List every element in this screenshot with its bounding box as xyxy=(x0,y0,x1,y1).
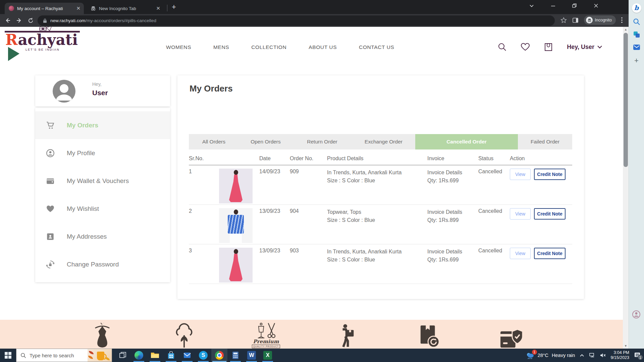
profile-icon[interactable] xyxy=(632,310,641,319)
easy-returns-icon xyxy=(411,324,448,348)
product-details: In Trends, Kurta, Anarkali KurtaSize : S… xyxy=(327,169,427,185)
credit-note-button[interactable]: Credit Note xyxy=(534,208,566,220)
col-action: Action xyxy=(510,156,572,162)
view-button[interactable]: View xyxy=(510,169,531,180)
chrome-icon[interactable] xyxy=(211,349,227,362)
sidebar-item-my-profile[interactable]: My Profile xyxy=(35,139,170,167)
product-photo-blue-striped-top[interactable] xyxy=(219,208,253,243)
browser-tab-active[interactable]: My account – Rachyati ✕ xyxy=(5,3,84,14)
start-button[interactable] xyxy=(0,349,16,362)
store-icon[interactable] xyxy=(163,349,179,362)
view-button[interactable]: View xyxy=(510,248,531,259)
nav-collection[interactable]: COLLECTION xyxy=(251,44,286,50)
credit-note-button[interactable]: Credit Note xyxy=(534,248,566,259)
search-icon[interactable] xyxy=(498,43,506,51)
product-photo-pink-anarkali[interactable] xyxy=(219,248,253,283)
avatar xyxy=(53,80,75,103)
invoice-details[interactable]: Invoice DetailsQty: 1Rs.699 xyxy=(427,248,478,264)
orders-panel: My Orders All Orders Open Orders Return … xyxy=(177,75,584,299)
invoice-details[interactable]: Invoice DetailsQty: 1Rs.899 xyxy=(427,208,478,224)
row-actions: View Credit Note xyxy=(510,208,572,220)
main-nav: WOMENS MENS COLLECTION ABOUT US CONTACT … xyxy=(166,44,394,50)
sidebar-item-my-orders[interactable]: My Orders xyxy=(35,111,170,139)
incognito-icon xyxy=(91,6,96,11)
volume-muted-icon[interactable] xyxy=(600,353,606,358)
new-tab-button[interactable]: + xyxy=(172,3,176,11)
wallet-icon xyxy=(46,177,55,185)
tab-exchange-order[interactable]: Exchange Order xyxy=(352,134,415,149)
wishlist-heart-icon[interactable] xyxy=(521,43,530,51)
account-greeting[interactable]: Hey, User xyxy=(567,44,602,51)
tab-all-orders[interactable]: All Orders xyxy=(189,134,239,149)
word-icon[interactable]: W xyxy=(244,349,260,362)
tab-close-icon[interactable]: ✕ xyxy=(156,5,160,11)
nav-about-us[interactable]: ABOUT US xyxy=(309,44,337,50)
bookmark-star-icon[interactable] xyxy=(560,17,567,23)
site-header: Rachyati LET'S BE INDIAN WOMENS MENS COL… xyxy=(0,27,629,75)
scrollbar-thumb[interactable] xyxy=(624,33,628,167)
browser-tab-incognito[interactable]: New Incognito Tab ✕ xyxy=(87,3,164,14)
tab-return-order[interactable]: Return Order xyxy=(292,134,352,149)
notification-center-icon[interactable]: 1 xyxy=(634,352,641,358)
greeting-user: User xyxy=(92,89,108,97)
edge-icon[interactable] xyxy=(131,349,147,362)
page-scrollbar[interactable]: ▲ ▼ xyxy=(623,27,629,349)
credit-note-button[interactable]: Credit Note xyxy=(534,169,566,180)
sidebar-item-my-wishlist[interactable]: My Wishlist xyxy=(35,195,170,223)
order-sr: 3 xyxy=(189,248,219,254)
side-panel-icon[interactable] xyxy=(572,17,579,23)
cotton-icon xyxy=(166,323,203,348)
rachyati-logo[interactable]: Rachyati LET'S BE INDIAN xyxy=(5,31,89,51)
view-button[interactable]: View xyxy=(510,208,531,220)
back-button[interactable] xyxy=(2,15,13,26)
search-icon[interactable] xyxy=(633,18,640,25)
skype-icon[interactable]: S xyxy=(195,349,211,362)
profile-card: Hey, User xyxy=(35,75,170,106)
window-minimize-button[interactable] xyxy=(551,2,561,9)
page-viewport: Rachyati LET'S BE INDIAN WOMENS MENS COL… xyxy=(0,27,629,349)
task-view-button[interactable] xyxy=(115,349,131,362)
browser-menu-icon[interactable] xyxy=(621,17,623,23)
weather-widget[interactable]: 1 28°C Heavy rain xyxy=(526,352,575,359)
clock[interactable]: 3:04 PM 9/15/2023 xyxy=(610,350,629,360)
cart-bag-icon[interactable] xyxy=(544,42,553,52)
window-close-button[interactable] xyxy=(594,2,604,9)
tray-chevron-up-icon[interactable] xyxy=(580,354,584,357)
mail-icon[interactable] xyxy=(179,349,195,362)
tab-title: New Incognito Tab xyxy=(99,6,153,11)
taskbar-search-box[interactable]: Type here to search xyxy=(16,349,112,362)
microsoft-365-icon[interactable] xyxy=(633,31,640,38)
outlook-icon[interactable] xyxy=(633,44,640,51)
scroll-down-arrow[interactable]: ▼ xyxy=(623,343,629,349)
nav-contact-us[interactable]: CONTACT US xyxy=(359,44,394,50)
address-bar[interactable]: new.rachyati.com/my-account/orders/#pill… xyxy=(38,15,555,26)
scroll-up-arrow[interactable]: ▲ xyxy=(623,27,629,32)
order-sr: 1 xyxy=(189,169,219,175)
calculator-icon[interactable] xyxy=(227,349,244,362)
reload-button[interactable] xyxy=(25,15,36,26)
excel-icon[interactable]: X xyxy=(260,349,276,362)
tab-divider xyxy=(167,5,167,11)
nav-mens[interactable]: MENS xyxy=(213,44,229,50)
window-restore-button[interactable] xyxy=(572,2,582,9)
invoice-details[interactable]: Invoice DetailsQty: 1Rs.699 xyxy=(427,169,478,185)
order-number: 909 xyxy=(290,169,327,175)
heart-icon xyxy=(46,204,55,213)
person-icon xyxy=(46,149,55,158)
tab-search-chevron-icon[interactable] xyxy=(529,2,539,9)
nav-womens[interactable]: WOMENS xyxy=(166,44,191,50)
sidebar-item-change-password[interactable]: Change Password xyxy=(35,250,170,278)
bing-icon[interactable]: b xyxy=(632,3,641,13)
product-photo-pink-anarkali[interactable] xyxy=(219,169,253,203)
forward-button[interactable] xyxy=(13,15,25,26)
tab-open-orders[interactable]: Open Orders xyxy=(239,134,292,149)
network-icon[interactable] xyxy=(589,353,595,358)
sidebar-item-my-wallet[interactable]: My Wallet & Vouchers xyxy=(35,167,170,195)
tab-close-icon[interactable]: ✕ xyxy=(76,5,80,11)
file-explorer-icon[interactable] xyxy=(147,349,163,362)
tab-failed-order[interactable]: Failed Order xyxy=(518,134,572,149)
add-icon[interactable]: + xyxy=(634,56,639,65)
tab-cancelled-order[interactable]: Cancelled Order xyxy=(415,134,518,149)
sidebar-item-my-addresses[interactable]: My Addresses xyxy=(35,223,170,250)
weather-desc: Heavy rain xyxy=(552,353,575,358)
